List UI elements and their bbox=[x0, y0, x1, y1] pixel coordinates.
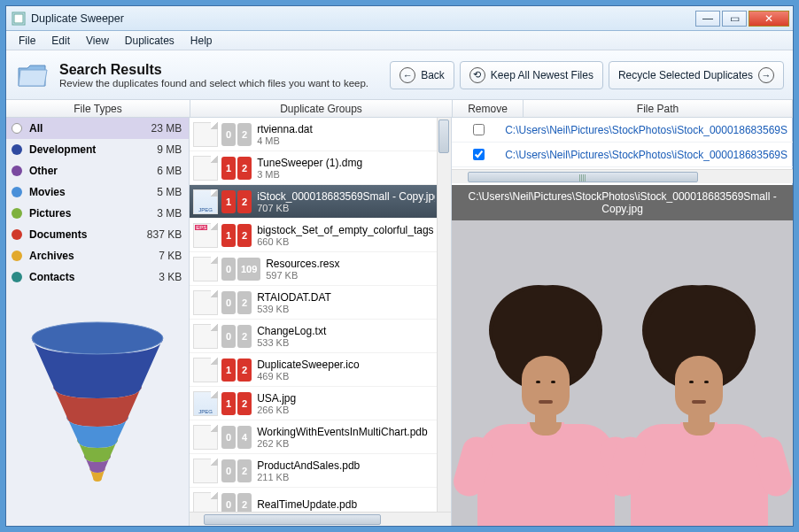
badge-pair: 04 bbox=[221, 426, 252, 449]
back-button[interactable]: ← Back bbox=[390, 61, 454, 89]
file-icon bbox=[193, 189, 218, 214]
scroll-thumb[interactable] bbox=[438, 120, 449, 153]
menu-view[interactable]: View bbox=[79, 33, 116, 49]
group-filesize: 539 KB bbox=[257, 304, 435, 314]
close-button[interactable]: ✕ bbox=[749, 11, 789, 27]
file-type-size: 5 MB bbox=[157, 186, 182, 198]
preview-image bbox=[452, 220, 793, 526]
group-filename: rtvienna.dat bbox=[257, 123, 435, 135]
preview-caption: C:\Users\Neil\Pictures\StockPhotos\iStoc… bbox=[452, 185, 793, 220]
duplicate-group-row[interactable]: 12USA.jpg266 KB bbox=[190, 387, 451, 420]
duplicate-group-row[interactable]: 02ChangeLog.txt533 KB bbox=[190, 320, 451, 353]
right-hscroll-thumb[interactable] bbox=[468, 172, 698, 182]
menubar: File Edit View Duplicates Help bbox=[6, 31, 793, 50]
remove-checkbox[interactable] bbox=[473, 149, 485, 160]
file-type-row[interactable]: Archives7 KB bbox=[6, 245, 189, 266]
file-type-row[interactable]: Contacts3 KB bbox=[6, 266, 189, 288]
keep-count-badge: 1 bbox=[221, 157, 236, 180]
right-hscroll[interactable] bbox=[452, 169, 793, 183]
folder-icon bbox=[15, 58, 50, 93]
duplicate-group-row[interactable]: 12TuneSweeper (1).dmg3 MB bbox=[190, 151, 451, 185]
col-remove[interactable]: Remove bbox=[453, 100, 524, 117]
maximize-button[interactable]: ▭ bbox=[722, 11, 747, 27]
duplicate-group-row[interactable]: 02RTAIODAT.DAT539 KB bbox=[190, 286, 451, 320]
col-file-path[interactable]: File Path bbox=[524, 100, 793, 117]
file-type-row[interactable]: Development9 MB bbox=[6, 139, 189, 160]
file-path-text: C:\Users\Neil\Pictures\StockPhotos\iStoc… bbox=[505, 149, 793, 161]
color-dot bbox=[12, 208, 22, 219]
dup-count-badge: 2 bbox=[237, 359, 252, 382]
keep-count-badge: 0 bbox=[221, 459, 236, 482]
group-text: ChangeLog.txt533 KB bbox=[257, 325, 435, 348]
col-dup-groups[interactable]: Duplicate Groups bbox=[190, 100, 453, 117]
group-filename: ChangeLog.txt bbox=[257, 325, 435, 337]
group-text: USA.jpg266 KB bbox=[257, 392, 435, 415]
dup-count-badge: 2 bbox=[237, 459, 252, 482]
file-type-row[interactable]: All23 MB bbox=[6, 118, 189, 139]
recycle-label: Recycle Selected Duplicates bbox=[618, 69, 753, 81]
refresh-icon: ⟲ bbox=[469, 67, 485, 83]
titlebar[interactable]: Duplicate Sweeper — ▭ ✕ bbox=[6, 6, 793, 31]
keep-count-badge: 1 bbox=[221, 359, 236, 382]
file-type-label: Pictures bbox=[29, 207, 157, 220]
duplicate-group-row[interactable]: 12iStock_000018683569Small - Copy.jpg707… bbox=[190, 185, 451, 219]
group-text: bigstock_Set_of_empty_colorful_tags660 K… bbox=[257, 224, 435, 247]
group-text: WorkingWithEventsInMultiChart.pdb262 KB bbox=[257, 426, 435, 449]
file-type-size: 6 MB bbox=[157, 165, 182, 177]
duplicate-group-row[interactable]: 12DuplicateSweeper.ico469 KB bbox=[190, 353, 451, 387]
window-title: Duplicate Sweeper bbox=[31, 12, 695, 25]
keep-count-badge: 0 bbox=[221, 123, 236, 146]
window-controls: — ▭ ✕ bbox=[695, 11, 789, 27]
duplicate-group-row[interactable]: 02ProductAndSales.pdb211 KB bbox=[190, 454, 451, 488]
duplicate-group-row[interactable]: 12bigstock_Set_of_empty_colorful_tags660… bbox=[190, 219, 451, 252]
recycle-button[interactable]: Recycle Selected Duplicates → bbox=[609, 61, 784, 89]
badge-pair: 12 bbox=[221, 359, 252, 382]
menu-edit[interactable]: Edit bbox=[44, 33, 77, 49]
group-filesize: 262 KB bbox=[257, 438, 435, 449]
duplicate-group-row[interactable]: 02RealTimeUpdate.pdb bbox=[190, 488, 451, 512]
file-type-row[interactable]: Other6 MB bbox=[6, 160, 189, 181]
group-filesize: 707 KB bbox=[257, 203, 435, 213]
file-type-label: Documents bbox=[29, 228, 147, 241]
hscroll-thumb[interactable] bbox=[204, 514, 381, 525]
file-path-row[interactable]: C:\Users\Neil\Pictures\StockPhotos\iStoc… bbox=[452, 143, 793, 167]
menu-duplicates[interactable]: Duplicates bbox=[118, 33, 182, 49]
duplicate-group-row[interactable]: 0109Resources.resx597 KB bbox=[190, 252, 451, 286]
minimize-button[interactable]: — bbox=[695, 11, 720, 27]
group-filesize: 3 MB bbox=[257, 169, 435, 180]
badge-pair: 12 bbox=[221, 392, 252, 415]
group-filename: RealTimeUpdate.pdb bbox=[257, 498, 435, 511]
col-file-types[interactable]: File Types bbox=[6, 100, 190, 117]
file-types-list: All23 MBDevelopment9 MBOther6 MBMovies5 … bbox=[6, 118, 189, 288]
file-type-label: All bbox=[29, 122, 151, 135]
group-filename: DuplicateSweeper.ico bbox=[257, 359, 435, 371]
dup-count-badge: 2 bbox=[237, 325, 252, 348]
group-text: rtvienna.dat4 MB bbox=[257, 123, 435, 146]
duplicate-group-row[interactable]: 04WorkingWithEventsInMultiChart.pdb262 K… bbox=[190, 420, 451, 454]
vertical-scrollbar[interactable] bbox=[437, 118, 451, 512]
group-text: Resources.resx597 KB bbox=[266, 258, 435, 281]
file-icon bbox=[193, 257, 218, 281]
menu-file[interactable]: File bbox=[12, 33, 43, 49]
group-filename: USA.jpg bbox=[257, 392, 435, 405]
remove-checkbox[interactable] bbox=[473, 124, 485, 135]
file-icon bbox=[193, 391, 218, 416]
file-type-row[interactable]: Documents837 KB bbox=[6, 224, 189, 245]
group-filename: Resources.resx bbox=[266, 258, 435, 270]
keep-count-badge: 1 bbox=[221, 224, 236, 247]
file-type-row[interactable]: Pictures3 MB bbox=[6, 203, 189, 224]
dup-count-badge: 2 bbox=[237, 493, 252, 513]
keep-newest-button[interactable]: ⟲ Keep All Newest Files bbox=[460, 61, 603, 89]
toolbar: Search Results Review the duplicates fou… bbox=[6, 50, 793, 100]
menu-help[interactable]: Help bbox=[183, 33, 220, 49]
file-type-size: 7 KB bbox=[159, 250, 182, 262]
group-filesize: 469 KB bbox=[257, 371, 435, 382]
duplicate-group-row[interactable]: 02rtvienna.dat4 MB bbox=[190, 118, 451, 151]
group-filename: RTAIODAT.DAT bbox=[257, 291, 435, 304]
back-label: Back bbox=[421, 69, 445, 81]
file-path-row[interactable]: C:\Users\Neil\Pictures\StockPhotos\iStoc… bbox=[452, 118, 793, 143]
color-dot bbox=[12, 166, 22, 176]
file-type-row[interactable]: Movies5 MB bbox=[6, 181, 189, 203]
horizontal-scrollbar[interactable] bbox=[190, 512, 451, 526]
svg-rect-1 bbox=[14, 14, 23, 23]
